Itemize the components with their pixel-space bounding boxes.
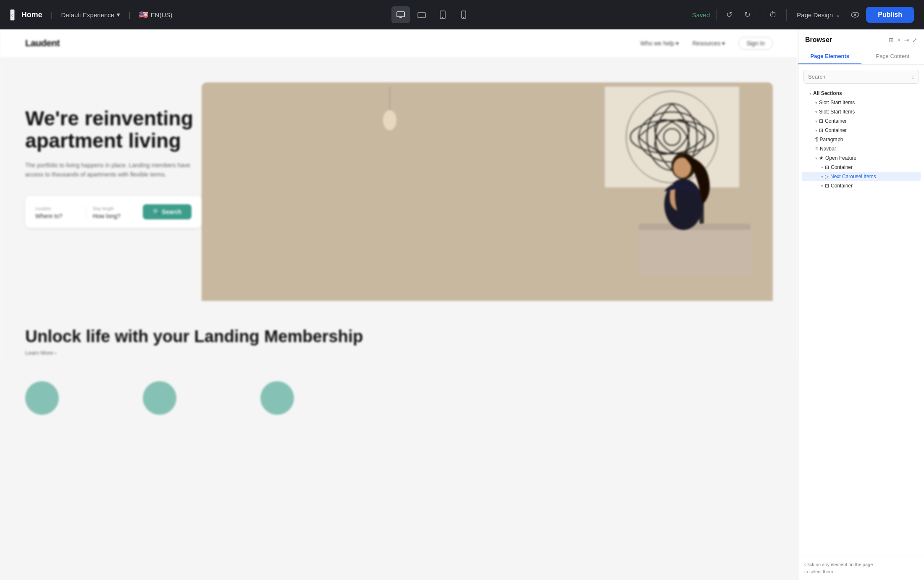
tree-item[interactable]: ▾ Slot: Start Items <box>802 98 921 107</box>
nav-link-resources: Resources ▾ <box>692 37 725 50</box>
chevron-icon: ▾ <box>815 110 817 114</box>
separator: | <box>51 11 53 19</box>
experience-label: Default Experience <box>61 11 114 18</box>
chevron-icon: ▾ <box>821 184 823 188</box>
tree-label: Container <box>831 183 918 189</box>
tree-label: Paragraph <box>819 137 918 142</box>
chevron-icon: ▾ <box>815 119 817 124</box>
tablet-landscape-button[interactable] <box>412 6 431 23</box>
divider3 <box>786 9 787 21</box>
search-button[interactable]: 🔍 Search <box>143 204 192 219</box>
mobile-view-button[interactable] <box>454 6 473 23</box>
tab-page-content[interactable]: Page Content <box>861 49 924 64</box>
chevron-icon: ▾ <box>809 91 811 96</box>
tree-label: Container <box>825 118 918 124</box>
stay-value: How long? <box>93 213 136 219</box>
chevron-icon: ▾ <box>815 156 817 161</box>
panel-settings-icon[interactable]: ⊞ <box>889 37 894 43</box>
panel-header: Browser ⊞ × ⇥ ⤢ <box>798 29 924 44</box>
tree-item[interactable]: ▾ ★ Open Feature <box>802 153 921 163</box>
page-design-button[interactable]: Page Design ⌄ <box>793 8 844 21</box>
search-icon: ⌕ <box>911 74 915 80</box>
panel-footer-text: Click on any element on the page <box>804 561 918 568</box>
tree-label: Open Feature <box>825 155 918 161</box>
preview-button[interactable] <box>851 10 859 20</box>
undo-button[interactable]: ↺ <box>724 8 735 22</box>
container-icon: ⊡ <box>819 127 823 133</box>
location-value: Where to? <box>35 213 79 219</box>
publish-button[interactable]: Publish <box>866 7 914 23</box>
tree-item-selected[interactable]: ▾ ▷ Next Carousel Items <box>802 172 921 181</box>
tree-label: Navbar <box>820 146 918 152</box>
panel-footer: Click on any element on the page to sele… <box>798 556 924 580</box>
panel-header-icons: ⊞ × ⇥ ⤢ <box>889 37 917 43</box>
site-nav-links: Who we help ▾ Resources ▾ Sign In <box>640 37 773 50</box>
panel-search: ⌕ <box>803 70 919 84</box>
page-preview: Laudent Who we help ▾ Resources ▾ Sign I… <box>0 29 798 580</box>
chevron-icon: ▾ <box>821 174 823 179</box>
divider1 <box>717 9 717 21</box>
tree-label: Slot: Start Items <box>819 109 918 115</box>
tree-item[interactable]: ▾ ⊡ Container <box>802 163 921 172</box>
location-label: Location <box>35 206 79 211</box>
tree-item[interactable]: ▾ All Sections <box>802 89 921 98</box>
tree-label: All Sections <box>813 90 918 96</box>
tree-item[interactable]: ▾ ⊡ Container <box>802 181 921 190</box>
icon-circle-1 <box>25 381 59 415</box>
tree-label: Container <box>831 164 918 170</box>
svg-rect-0 <box>397 12 404 17</box>
home-label: Home <box>21 11 42 19</box>
topbar-right: Saved ↺ ↻ ⏱ Page Design ⌄ Publish <box>692 7 914 23</box>
container-icon: ⊡ <box>819 118 823 124</box>
panel-tabs: Page Elements Page Content <box>798 49 924 65</box>
right-panel: Browser ⊞ × ⇥ ⤢ Page Elements Page Conte… <box>798 29 924 580</box>
nav-link-who: Who we help ▾ <box>640 37 679 50</box>
tree-item[interactable]: ¶ Paragraph <box>802 135 921 144</box>
hero-title: We're reinventing apartment living <box>25 108 202 152</box>
experience-chevron: ▾ <box>117 11 120 18</box>
container-icon: ⊡ <box>825 183 829 189</box>
icon-circle-2 <box>143 381 176 415</box>
stay-length-field: Stay length How long? <box>93 206 136 219</box>
stay-label: Stay length <box>93 206 136 211</box>
hero-text: We're reinventing apartment living The p… <box>25 82 202 301</box>
desktop-view-button[interactable] <box>391 6 410 23</box>
chevron-icon: ▾ <box>821 165 823 170</box>
topbar: ‹ Home | Default Experience ▾ | 🇺🇸 EN(US… <box>0 0 924 29</box>
panel-expand-icon[interactable]: ⤢ <box>912 37 917 43</box>
tablet-portrait-button[interactable] <box>433 6 452 23</box>
panel-collapse-icon[interactable]: ⇥ <box>904 37 909 43</box>
svg-point-8 <box>464 18 464 18</box>
paragraph-icon: ¶ <box>815 137 818 142</box>
tab-page-elements[interactable]: Page Elements <box>798 49 861 64</box>
navbar-icon: ≡ <box>815 146 818 152</box>
nav-signin: Sign In <box>738 37 773 50</box>
panel-footer-subtext: to select them <box>804 568 918 575</box>
redo-button[interactable]: ↻ <box>742 8 753 22</box>
panel-search-input[interactable] <box>803 70 919 84</box>
language-selector[interactable]: 🇺🇸 EN(US) <box>139 10 173 19</box>
tree-item[interactable]: ▾ ⊡ Container <box>802 116 921 126</box>
svg-rect-20 <box>639 230 751 274</box>
hero-search-bar: Location Where to? Stay length How long?… <box>25 196 202 228</box>
page-design-chevron: ⌄ <box>835 11 841 18</box>
canvas-area[interactable]: Laudent Who we help ▾ Resources ▾ Sign I… <box>0 29 798 580</box>
panel-close-icon[interactable]: × <box>897 37 900 43</box>
experience-selector[interactable]: Default Experience ▾ <box>61 11 120 18</box>
svg-point-10 <box>854 13 856 16</box>
svg-point-4 <box>422 17 422 18</box>
history-button[interactable]: ⏱ <box>767 8 780 22</box>
tree-item[interactable]: ▾ ⊡ Container <box>802 126 921 135</box>
hero-description: The portfolio to living happens in place… <box>25 161 202 179</box>
feature-icon: ★ <box>819 155 824 161</box>
svg-point-26 <box>383 110 396 130</box>
back-button[interactable]: ‹ <box>10 9 15 21</box>
tree-item[interactable]: ▾ Slot: Start Items <box>802 107 921 116</box>
flag-icon: 🇺🇸 <box>139 10 148 19</box>
icon-circle-3 <box>260 381 294 415</box>
container-icon: ⊡ <box>825 164 829 170</box>
unlock-subtitle: Learn More › <box>25 350 773 356</box>
site-logo: Laudent <box>25 38 60 49</box>
tree-item[interactable]: ≡ Navbar <box>802 144 921 153</box>
saved-status: Saved <box>692 11 710 18</box>
